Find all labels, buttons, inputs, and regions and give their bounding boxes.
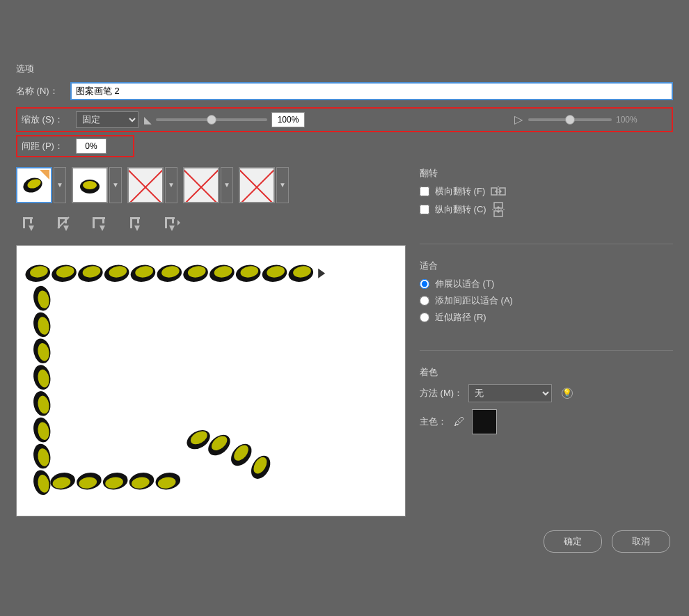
svg-rect-29 [17, 246, 404, 516]
tile-dropdown-2[interactable]: ▼ [109, 167, 122, 203]
arrow-icon-1 [20, 212, 42, 234]
divider-2 [420, 350, 673, 351]
tile-btn-1[interactable] [16, 167, 52, 203]
fit-section: 适合 伸展以适合 (T) 添加间距以适合 (A) 近似路径 (R) [420, 260, 673, 328]
tile-dropdown-1[interactable]: ▼ [54, 167, 66, 203]
bottom-buttons: 确定 取消 [16, 530, 673, 553]
arrows-row [16, 210, 406, 235]
name-row: 名称 (N)： [16, 82, 673, 100]
approximate-fit-radio[interactable] [420, 313, 429, 322]
left-panel: ▼ ▼ [16, 167, 406, 516]
scale-slider-track[interactable] [156, 118, 267, 121]
tile-dropdown-4[interactable]: ▼ [221, 167, 233, 203]
arrow-btn-4[interactable] [123, 210, 148, 235]
dialog-title: 选项 [16, 63, 673, 75]
tile-group-3: ▼ [127, 167, 177, 203]
tile-cross-3 [129, 168, 162, 202]
tile-btn-4[interactable] [183, 167, 219, 203]
approximate-fit-label: 近似路径 (R) [435, 311, 486, 324]
svg-rect-9 [30, 217, 32, 223]
stretch-fit-radio[interactable] [420, 279, 429, 289]
svg-marker-28 [177, 220, 180, 226]
scale-small-icon: ◣ [144, 114, 152, 125]
add-spacing-fit-radio[interactable] [420, 296, 429, 306]
svg-marker-95 [496, 206, 500, 208]
vertical-flip-checkbox[interactable] [420, 205, 429, 214]
tile-btn-3[interactable] [127, 167, 164, 203]
svg-marker-10 [29, 226, 34, 231]
tile-dropdown-5[interactable]: ▼ [276, 167, 289, 203]
tile-cross-4 [184, 168, 218, 202]
eyedropper-icon[interactable]: 🖊 [454, 416, 465, 428]
flip-v-icon [492, 202, 505, 217]
flip-h-icon [491, 186, 506, 197]
coloring-title: 着色 [420, 366, 673, 379]
svg-rect-22 [137, 217, 139, 223]
approximate-fit-row: 近似路径 (R) [420, 311, 673, 324]
flip-section: 翻转 横向翻转 (F) 纵向翻转 (C) [420, 167, 673, 221]
scale-slider2-thumb[interactable] [565, 115, 575, 125]
tile-group-5: ▼ [239, 167, 289, 203]
tiles-row: ▼ ▼ [16, 167, 406, 203]
svg-marker-27 [169, 226, 175, 231]
scale-slider-thumb[interactable] [207, 115, 216, 125]
scale-slider-group: ◣ [144, 112, 509, 127]
spacing-input[interactable] [76, 139, 106, 154]
color-swatch[interactable] [472, 409, 497, 434]
method-label: 方法 (M)： [420, 387, 463, 400]
svg-marker-14 [63, 226, 69, 231]
tile-brush-svg-2 [74, 170, 105, 200]
confirm-button[interactable]: 确定 [544, 530, 602, 553]
scale-label: 缩放 (S)： [22, 113, 70, 126]
spacing-label: 间距 (P)： [22, 140, 70, 152]
name-label: 名称 (N)： [16, 85, 65, 97]
add-spacing-fit-label: 添加间距以适合 (A) [435, 294, 513, 307]
main-color-row: 主色： 🖊 [420, 409, 673, 434]
scale-slider2-group: 100% [528, 115, 667, 125]
right-panel: 翻转 横向翻转 (F) 纵向翻转 (C) [420, 167, 673, 516]
scale-percent2: 100% [616, 115, 641, 125]
arrow-icon-4 [125, 212, 147, 234]
name-input[interactable] [70, 82, 673, 100]
svg-marker-96 [496, 211, 500, 213]
tile-brush-svg-1 [19, 170, 49, 200]
tile-cross-5 [240, 168, 274, 202]
scale-percent-input[interactable] [271, 112, 305, 127]
horizontal-flip-label: 横向翻转 (F) [435, 185, 485, 198]
stretch-fit-label: 伸展以适合 (T) [435, 278, 494, 290]
vertical-flip-row: 纵向翻转 (C) [420, 202, 673, 217]
tile-btn-2[interactable] [72, 167, 108, 203]
stretch-fit-row: 伸展以适合 (T) [420, 278, 673, 290]
scale-select[interactable]: 固定 随机 压力 [76, 111, 138, 128]
vertical-flip-label: 纵向翻转 (C) [435, 203, 486, 216]
tile-btn-5[interactable] [239, 167, 275, 203]
main-content: ▼ ▼ [16, 167, 673, 516]
method-row: 方法 (M)： 无 色调 淡色和暗色 完全 💡 [420, 384, 673, 402]
coloring-section: 着色 方法 (M)： 无 色调 淡色和暗色 完全 💡 主色： 🖊 [420, 366, 673, 434]
method-select[interactable]: 无 色调 淡色和暗色 完全 [468, 384, 552, 402]
preview-svg [17, 246, 405, 516]
pattern-brush-dialog: 选项 名称 (N)： 缩放 (S)： 固定 随机 压力 ◣ ▷ 100% 间距 [3, 52, 686, 565]
svg-marker-90 [495, 189, 497, 194]
svg-marker-19 [100, 226, 105, 231]
tile-group-1: ▼ [16, 167, 66, 203]
info-icon[interactable]: 💡 [562, 388, 573, 399]
arrow-btn-1[interactable] [19, 210, 44, 235]
svg-point-6 [83, 181, 97, 189]
svg-marker-23 [134, 226, 140, 231]
divider-1 [420, 244, 673, 244]
arrow-btn-2[interactable] [54, 210, 79, 235]
svg-rect-26 [172, 217, 174, 223]
fit-title: 适合 [420, 260, 673, 272]
tile-dropdown-3[interactable]: ▼ [165, 167, 177, 203]
horizontal-flip-checkbox[interactable] [420, 187, 429, 196]
scale-slider2-track[interactable] [528, 118, 612, 121]
preview-area [16, 245, 406, 516]
main-color-label: 主色： [420, 416, 447, 428]
arrow-btn-5[interactable] [158, 210, 183, 235]
svg-marker-91 [500, 189, 502, 194]
arrow-icon-3 [90, 212, 112, 234]
arrow-btn-3[interactable] [88, 210, 113, 235]
tile-group-2: ▼ [72, 167, 122, 203]
cancel-button[interactable]: 取消 [612, 530, 670, 553]
